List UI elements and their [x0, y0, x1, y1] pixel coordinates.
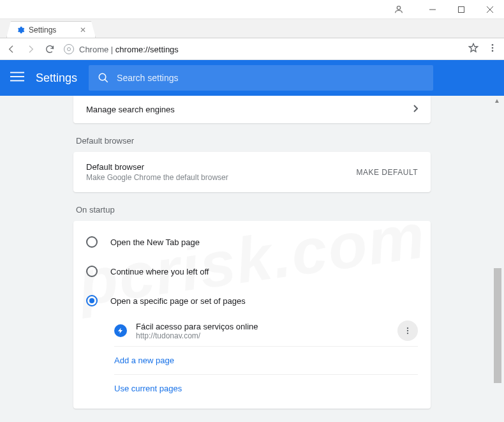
tab-title: Settings — [29, 26, 56, 34]
maximize-button[interactable] — [447, 0, 475, 19]
hamburger-menu-icon[interactable] — [10, 70, 24, 86]
manage-search-engines-label: Manage search engines — [86, 105, 175, 114]
on-startup-section-label: On startup — [76, 205, 431, 215]
page-entry-menu-button[interactable] — [397, 320, 418, 341]
svg-point-11 — [99, 73, 106, 80]
scroll-up-indicator[interactable]: ▲ — [494, 97, 500, 104]
url-scheme: Chrome — [79, 45, 108, 54]
radio-icon-selected — [86, 295, 98, 306]
chevron-right-icon — [413, 105, 418, 114]
svg-point-14 — [407, 330, 408, 331]
manage-search-engines-row[interactable]: Manage search engines — [73, 96, 431, 123]
search-input[interactable] — [117, 73, 424, 83]
svg-point-7 — [492, 50, 494, 52]
default-browser-card: Default browser Make Google Chrome the d… — [73, 152, 431, 192]
radio-label: Open the New Tab page — [110, 237, 200, 247]
site-favicon — [114, 324, 127, 337]
startup-option-continue[interactable]: Continue where you left off — [73, 257, 431, 286]
svg-line-12 — [105, 79, 108, 82]
svg-point-15 — [407, 333, 408, 334]
back-button[interactable] — [6, 44, 17, 54]
startup-option-new-tab[interactable]: Open the New Tab page — [73, 227, 431, 257]
svg-rect-10 — [10, 80, 24, 82]
window-titlebar — [0, 0, 504, 19]
radio-icon — [86, 236, 98, 248]
browser-menu-icon[interactable] — [487, 43, 498, 56]
make-default-button[interactable]: MAKE DEFAULT — [357, 168, 418, 177]
reload-button[interactable] — [45, 44, 55, 54]
tab-close-icon[interactable]: ✕ — [80, 26, 86, 34]
add-new-page-link[interactable]: Add a new page — [114, 346, 418, 374]
forward-button[interactable] — [26, 44, 36, 54]
svg-rect-9 — [10, 76, 24, 77]
page-title: Settings — [36, 72, 77, 85]
svg-point-13 — [407, 328, 408, 329]
tab-settings[interactable]: Settings ✕ — [6, 21, 96, 38]
radio-icon — [86, 266, 98, 277]
startup-option-specific[interactable]: Open a specific page or set of pages — [73, 286, 431, 315]
default-browser-title: Default browser — [86, 162, 228, 172]
radio-label: Continue where you left off — [110, 267, 209, 276]
minimize-button[interactable] — [418, 0, 447, 19]
browser-toolbar: Chrome | chrome://settings — [0, 38, 504, 60]
startup-page-title: Fácil acesso para serviços online — [136, 322, 258, 331]
svg-point-0 — [397, 6, 400, 9]
chrome-icon — [64, 44, 74, 54]
gear-icon — [16, 26, 25, 34]
startup-page-url: http://tudonav.com/ — [136, 331, 258, 340]
url-path: chrome://settings — [115, 45, 179, 54]
default-browser-sub: Make Google Chrome the default browser — [86, 173, 228, 182]
settings-search[interactable] — [89, 65, 433, 91]
svg-point-6 — [492, 47, 494, 49]
search-icon — [98, 72, 109, 84]
radio-label: Open a specific page or set of pages — [110, 296, 246, 306]
settings-content: pcrisk.com ▲ Manage search engines Defau… — [0, 96, 504, 422]
svg-point-5 — [492, 44, 494, 46]
close-button[interactable] — [475, 0, 504, 19]
settings-header: Settings — [0, 60, 504, 96]
default-browser-section-label: Default browser — [76, 136, 431, 146]
scrollbar-thumb[interactable] — [494, 268, 501, 383]
svg-rect-8 — [10, 72, 24, 73]
address-bar[interactable]: Chrome | chrome://settings — [64, 43, 459, 55]
tab-strip: Settings ✕ — [0, 19, 504, 38]
bookmark-star-icon[interactable] — [468, 43, 478, 56]
svg-rect-2 — [458, 6, 464, 12]
use-current-pages-link[interactable]: Use current pages — [114, 374, 418, 402]
on-startup-card: Open the New Tab page Continue where you… — [73, 221, 431, 409]
account-icon[interactable] — [384, 0, 413, 19]
startup-page-entry: Fácil acesso para serviços online http:/… — [114, 315, 418, 346]
